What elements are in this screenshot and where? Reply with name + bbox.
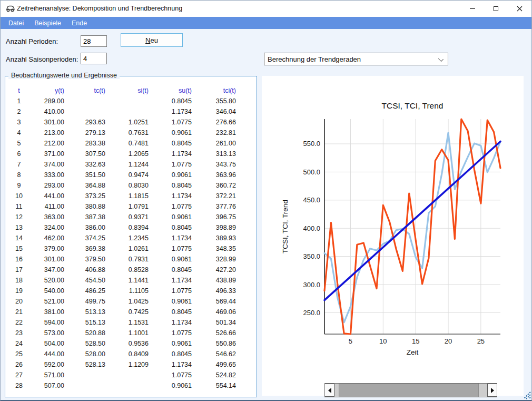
right-arrow-icon [491,388,494,393]
close-button[interactable] [508,1,531,17]
table-cell: 1.0775 [152,159,195,170]
scroll-left-button[interactable] [325,384,334,397]
svg-text:Zeit: Zeit [407,348,419,356]
table-cell: 0.9474 [109,170,152,180]
table-cell: 1.1734 [152,191,195,201]
method-select[interactable]: Berechnung der Trendgeraden [264,53,448,65]
table-cell: 0.8045 [152,180,195,191]
table-cell: 1.1209 [109,359,152,370]
table-cell: 10 [7,191,31,201]
table-cell: 333.00 [31,170,67,180]
resize-grip[interactable] [523,391,531,399]
table-cell: 0.8045 [152,265,195,275]
table-cell: 313.13 [195,149,239,159]
table-cell: 16 [7,254,31,265]
svg-text:550.0: 550.0 [303,140,320,148]
tcsi-tci-trend-chart: 250.0300.0350.0400.0450.0500.0550.051015… [262,76,524,396]
table-cell: 1.1531 [109,317,152,328]
table-cell: 594.00 [31,317,67,328]
table-cell: 0.8045 [152,307,195,317]
table-cell: 348.35 [195,243,239,254]
window-controls [460,1,531,17]
close-icon [517,6,523,12]
table-cell: 1.1734 [152,233,195,243]
table-cell: 496.33 [195,286,239,296]
table-cell [109,96,152,106]
menu-item-datei[interactable]: Datei [8,19,24,27]
table-cell: 27 [7,370,31,380]
table-cell: 387.38 [67,212,109,222]
table-cell: 499.65 [195,359,239,370]
table-cell [67,96,109,106]
table-cell [109,370,152,380]
table-cell: 0.7481 [109,138,152,149]
minimize-button[interactable] [460,1,484,17]
table-cell: 13 [7,222,31,233]
table-cell: 6 [7,149,31,159]
column-header: tc(t) [67,85,109,96]
chart-horizontal-scrollbar[interactable] [324,383,497,397]
table-cell: 1.0791 [109,201,152,212]
table-cell: 22 [7,317,31,328]
periods-input[interactable] [81,35,107,47]
table-cell: 0.9061 [152,338,195,349]
table-cell: 213.00 [31,128,67,138]
table-cell: 0.8045 [152,222,195,233]
table-cell: 373.25 [67,191,109,201]
table-cell: 21 [7,307,31,317]
table-cell: 0.9061 [152,254,195,265]
table-cell: 554.14 [195,380,239,391]
table-cell: 372.21 [195,191,239,201]
table-row: 24504.00528.500.95360.9061550.86 [7,338,251,349]
table-cell: 371.00 [31,149,67,159]
table-cell: 1.1734 [152,359,195,370]
table-cell: 293.63 [67,117,109,128]
table-cell: 499.75 [67,296,109,307]
table-cell: 592.00 [31,359,67,370]
table-cell: 438.89 [195,275,239,286]
table-cell: 386.00 [67,222,109,233]
table-cell: 524.82 [195,370,239,380]
table-cell: 526.66 [195,328,239,338]
table-cell: 26 [7,359,31,370]
table-row: 5212.00283.380.74810.8045261.00 [7,138,251,149]
app-icon [5,5,15,12]
svg-text:20: 20 [445,337,452,345]
left-arrow-icon [328,388,331,393]
menu-item-ende[interactable]: Ende [72,19,87,27]
table-cell: 0.9061 [152,212,195,222]
table-cell: 0.7631 [109,128,152,138]
table-cell: 301.00 [31,117,67,128]
table-cell: 504.00 [31,338,67,349]
table-cell: 1.0425 [109,296,152,307]
table-row: 13324.00386.000.83940.8045398.89 [7,222,251,233]
table-cell: 528.00 [67,349,109,359]
table-cell [67,380,109,391]
table-row: 3301.00293.631.02511.0775276.66 [7,117,251,128]
table-cell: 0.7931 [109,254,152,265]
scroll-right-button[interactable] [487,384,497,397]
scrollbar-thumb[interactable] [339,384,479,397]
table-row: 18520.00454.501.14411.1734438.89 [7,275,251,286]
maximize-icon [494,6,498,11]
table-cell: 1.0775 [152,286,195,296]
table-cell: 283.38 [67,138,109,149]
table-cell: 1.1734 [152,317,195,328]
svg-text:25: 25 [477,337,485,345]
table-cell: 17 [7,265,31,275]
table-cell: 454.50 [67,275,109,286]
table-row: 17347.00406.880.85280.8045427.20 [7,265,251,275]
table-cell: 528.13 [67,359,109,370]
maximize-button[interactable] [484,1,508,17]
menu-item-beispiele[interactable]: Beispiele [34,19,61,27]
svg-text:5: 5 [349,337,352,345]
table-cell: 1.1001 [109,328,152,338]
table-row: 28507.000.9061554.14 [7,380,251,391]
table-cell: 507.00 [31,380,67,391]
seasons-input[interactable] [81,53,107,64]
table-cell: 410.00 [31,106,67,117]
new-button[interactable]: Neu [121,33,183,47]
table-cell: 1.2065 [109,149,152,159]
table-cell: 307.50 [67,149,109,159]
table-cell: 513.13 [67,307,109,317]
